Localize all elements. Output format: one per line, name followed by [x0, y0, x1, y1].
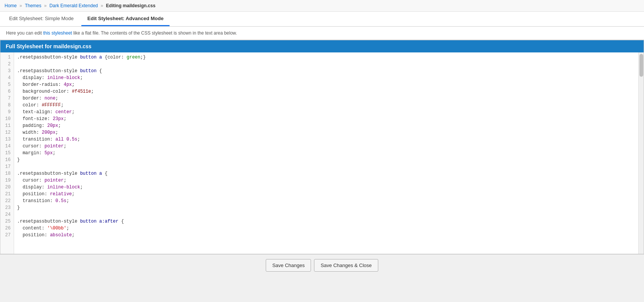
- code-content[interactable]: .resetpassbutton-style button a {color: …: [14, 52, 638, 254]
- code-area[interactable]: 1234567891011121314151617181920212223242…: [0, 52, 644, 254]
- breadcrumb-themes[interactable]: Themes: [25, 3, 41, 8]
- tabs-bar: Edit Stylesheet: Simple Mode Edit Styles…: [0, 12, 644, 27]
- save-close-button[interactable]: Save Changes & Close: [314, 259, 378, 272]
- section-header: Full Stylesheet for maildesign.css: [0, 40, 644, 52]
- footer-bar: Save Changes Save Changes & Close: [0, 254, 644, 276]
- tab-simple[interactable]: Edit Stylesheet: Simple Mode: [3, 12, 80, 26]
- breadcrumb-sep-1: »: [19, 3, 23, 8]
- line-numbers: 1234567891011121314151617181920212223242…: [0, 52, 14, 254]
- scrollbar-track[interactable]: [638, 52, 644, 254]
- main-content: Full Stylesheet for maildesign.css 12345…: [0, 40, 644, 254]
- editor-wrapper: Full Stylesheet for maildesign.css 12345…: [0, 40, 644, 254]
- breadcrumb-current: Editing maildesign.css: [106, 3, 155, 8]
- breadcrumb-theme[interactable]: Dark Emerald Extended: [49, 3, 98, 8]
- info-bar: Here you can edit this stylesheet like a…: [0, 27, 644, 40]
- scrollbar-thumb[interactable]: [639, 54, 643, 77]
- breadcrumb: Home » Themes » Dark Emerald Extended » …: [0, 0, 644, 12]
- breadcrumb-sep-2: »: [44, 3, 48, 8]
- tab-advanced[interactable]: Edit Stylesheet: Advanced Mode: [81, 12, 170, 26]
- breadcrumb-sep-3: »: [101, 3, 105, 8]
- breadcrumb-home[interactable]: Home: [5, 3, 17, 8]
- save-button[interactable]: Save Changes: [266, 259, 311, 272]
- stylesheet-link[interactable]: this stylesheet: [43, 30, 72, 36]
